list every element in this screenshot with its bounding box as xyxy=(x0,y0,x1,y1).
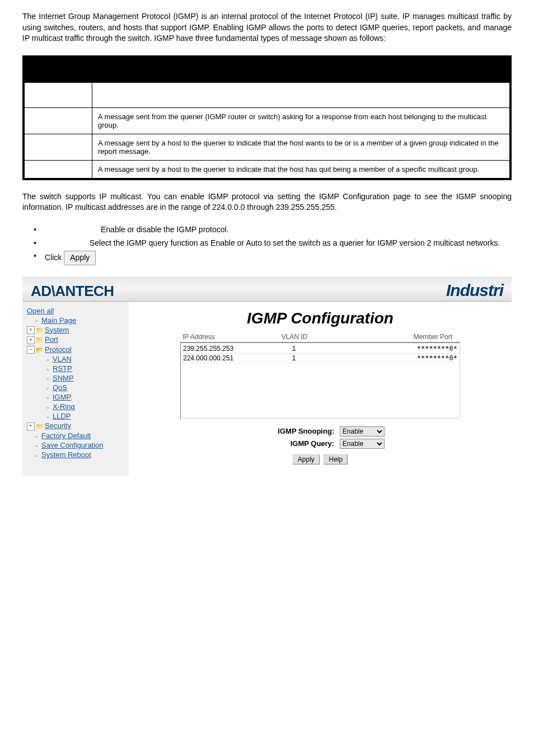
sidebar-item-igmp[interactable]: ▫IGMP xyxy=(22,392,129,402)
folder-icon: 📁 xyxy=(36,327,44,334)
brand-header: AD\ANTECH Industri xyxy=(22,276,512,302)
cell-vlan: 1 xyxy=(260,345,327,353)
cell-ip: 239.255.255.253 xyxy=(183,345,260,353)
sidebar-item-vlan[interactable]: ▫VLAN xyxy=(22,354,129,364)
sidebar-item-factory-default[interactable]: ▫Factory Default xyxy=(22,431,129,440)
sidebar-item-mainpage[interactable]: ▫Main Page xyxy=(22,316,129,325)
cell-member: ********0* xyxy=(327,354,457,362)
table-row: A message sent from the querier (IGMP ro… xyxy=(25,107,510,134)
message-table: A message sent from the querier (IGMP ro… xyxy=(22,55,512,180)
page-icon: ▫ xyxy=(32,317,40,324)
folder-icon: 📁 xyxy=(36,336,44,344)
apply-inline-button: Apply xyxy=(64,251,96,265)
expand-icon[interactable]: + xyxy=(27,422,35,430)
expand-icon[interactable]: + xyxy=(27,336,35,344)
sidebar-item-system-reboot[interactable]: ▫System Reboot xyxy=(22,450,129,459)
query-label: IGMP Query: xyxy=(256,439,334,448)
folder-icon: 📁 xyxy=(36,423,44,430)
snooping-label: IGMP Snooping: xyxy=(256,427,334,435)
page-icon: ▫ xyxy=(32,452,40,459)
sidebar-item-protocol[interactable]: −📂Protocol xyxy=(22,345,129,355)
sidebar-item-rstp[interactable]: ▫RSTP xyxy=(22,364,129,373)
collapse-icon[interactable]: − xyxy=(27,346,35,354)
msg-label xyxy=(25,107,92,134)
config-table-header: IP Address VLAN ID Member Port xyxy=(180,333,460,342)
header-vlan: VLAN ID xyxy=(261,333,328,341)
expand-icon[interactable]: + xyxy=(27,326,35,334)
msg-desc: A message sent by a host to the querier … xyxy=(92,134,510,160)
table-row: A message sent by a host to the querier … xyxy=(25,134,510,160)
list-item: Select the IGMP query function as Enable… xyxy=(45,238,512,249)
page-icon: ▫ xyxy=(32,433,40,440)
folder-open-icon: 📂 xyxy=(36,346,44,354)
main-panel: IGMP Configuration IP Address VLAN ID Me… xyxy=(129,302,512,476)
sidebar-item-qos[interactable]: ▫QoS xyxy=(22,383,129,392)
multicast-description: The switch supports IP multicast. You ca… xyxy=(22,191,512,213)
advantech-logo: AD\ANTECH xyxy=(31,283,114,300)
sidebar-item-port[interactable]: +📁Port xyxy=(22,335,129,345)
msg-label xyxy=(25,160,92,178)
instruction-list: Enable or disable the IGMP protocol. Sel… xyxy=(22,224,512,265)
page-icon: ▫ xyxy=(32,443,40,449)
query-select[interactable]: Enable xyxy=(340,439,385,449)
msg-label xyxy=(25,134,92,160)
msg-desc: A message sent by a host to the querier … xyxy=(92,160,510,178)
cell-vlan: 1 xyxy=(260,354,327,362)
sidebar-item-save-config[interactable]: ▫Save Configuration xyxy=(22,440,129,450)
table-subheader-right xyxy=(92,82,510,107)
table-subheader-left xyxy=(25,82,92,107)
page-title: IGMP Configuration xyxy=(140,309,500,327)
snooping-select[interactable]: Enable xyxy=(340,426,385,436)
sidebar-item-security[interactable]: +📁Security xyxy=(22,421,129,431)
list-item: Click Apply xyxy=(45,251,512,265)
config-listbox[interactable]: 239.255.255.253 1 ********0* 224.000.000… xyxy=(180,342,460,419)
page-icon: ▫ xyxy=(44,375,51,382)
header-ip: IP Address xyxy=(182,333,261,341)
page-icon: ▫ xyxy=(44,414,51,420)
sidebar-item-xring[interactable]: ▫X-Ring xyxy=(22,402,129,411)
page-icon: ▫ xyxy=(44,385,51,392)
nav-sidebar: Open all ▫Main Page +📁System +📁Port −📂Pr… xyxy=(22,302,129,476)
sidebar-item-lldp[interactable]: ▫LLDP xyxy=(22,411,129,421)
list-item[interactable]: 224.000.000.251 1 ********0* xyxy=(182,354,458,363)
table-header-black xyxy=(25,57,510,82)
help-button[interactable]: Help xyxy=(324,454,348,464)
page-icon: ▫ xyxy=(44,395,51,401)
sidebar-item-system[interactable]: +📁System xyxy=(22,325,129,335)
page-icon: ▫ xyxy=(44,366,51,373)
sidebar-item-snmp[interactable]: ▫SNMP xyxy=(22,373,129,383)
apply-button[interactable]: Apply xyxy=(293,454,320,464)
table-row: A message sent by a host to the querier … xyxy=(25,160,510,178)
page-icon: ▫ xyxy=(44,356,51,363)
page-icon: ▫ xyxy=(44,404,51,411)
header-member: Member Port xyxy=(328,333,458,341)
list-item[interactable]: 239.255.255.253 1 ********0* xyxy=(182,344,458,354)
list-item: Enable or disable the IGMP protocol. xyxy=(45,224,512,236)
config-screenshot: AD\ANTECH Industri Open all ▫Main Page +… xyxy=(22,276,512,476)
cell-member: ********0* xyxy=(327,345,457,353)
open-all-link[interactable]: Open all xyxy=(22,306,129,316)
industri-logo: Industri xyxy=(446,281,503,300)
cell-ip: 224.000.000.251 xyxy=(183,354,260,362)
msg-desc: A message sent from the querier (IGMP ro… xyxy=(92,107,510,134)
igmp-intro-text: The Internet Group Management Protocol (… xyxy=(22,11,512,44)
